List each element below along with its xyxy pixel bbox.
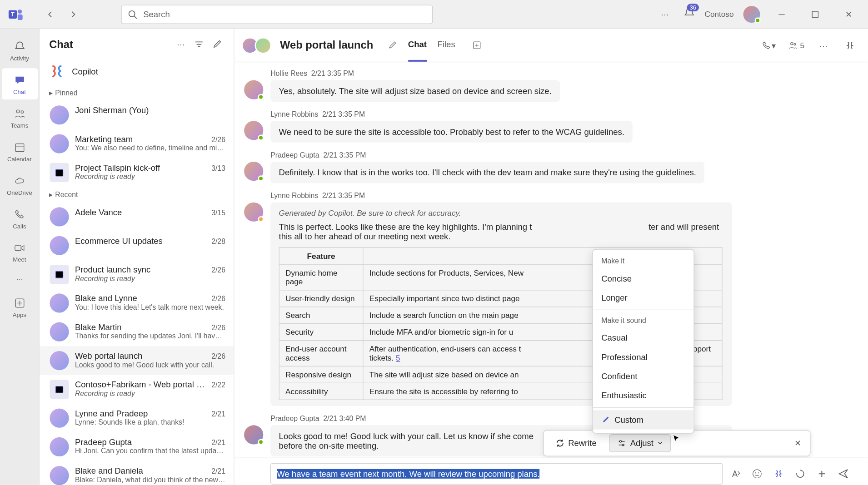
adjust-longer[interactable]: Longer: [593, 288, 693, 307]
rewrite-button[interactable]: Rewrite: [547, 434, 604, 452]
chat-list-item[interactable]: Blake and Lynne2/26 You: I love this ide…: [40, 289, 234, 317]
title-bar: T Search ⋯ 36 Contoso ─ ✕: [0, 0, 868, 29]
svg-point-1: [18, 9, 22, 13]
window-maximize[interactable]: [803, 5, 827, 24]
chat-list-item[interactable]: Pradeep Gupta2/21 Hi Joni. Can you confi…: [40, 432, 234, 461]
send-button[interactable]: [837, 467, 850, 480]
chat-list-item[interactable]: Project Tailspin kick-off3/13 Recording …: [40, 158, 234, 187]
pencil-icon: [601, 416, 609, 424]
chat-list-item[interactable]: Product launch sync2/26 Recording is rea…: [40, 260, 234, 288]
new-chat-icon[interactable]: [210, 37, 224, 52]
rail-activity[interactable]: Activity: [1, 35, 37, 66]
adjust-custom[interactable]: Custom: [593, 411, 693, 430]
pinned-section[interactable]: ▸ Pinned: [40, 85, 234, 100]
chat-main: Web portal launch Chat Files ▾ 5 ⋯ Holli…: [234, 29, 868, 485]
message: Lynne Robbins 2/21 3:35 PM Generated by …: [270, 192, 850, 406]
rail-calls[interactable]: Calls: [1, 203, 37, 234]
tab-files[interactable]: Files: [438, 29, 455, 62]
search-input[interactable]: Search: [121, 5, 433, 24]
recent-section[interactable]: ▸ Recent: [40, 187, 234, 203]
copilot-chat-item[interactable]: Copilot: [40, 58, 234, 85]
teams-app-icon: T: [7, 6, 24, 23]
copilot-icon: [49, 64, 65, 79]
svg-rect-5: [812, 11, 818, 17]
svg-point-17: [619, 440, 621, 442]
reference-link[interactable]: 5: [396, 353, 400, 362]
message-body: Yes, absolutely. The site will adjust si…: [270, 80, 560, 102]
adjust-professional[interactable]: Professional: [593, 347, 693, 366]
chatlist-more-icon[interactable]: ⋯: [174, 37, 189, 52]
chat-header: Web portal launch Chat Files ▾ 5 ⋯: [234, 29, 868, 62]
chat-list-item[interactable]: Joni Sherman (You): [40, 101, 234, 129]
message-body: This is perfect. Looks like these are th…: [279, 222, 723, 241]
svg-point-19: [753, 470, 761, 478]
compose-input[interactable]: We have a team event next month. We will…: [270, 463, 723, 485]
profile-avatar[interactable]: [743, 6, 760, 23]
svg-rect-12: [56, 272, 63, 278]
chatlist-title: Chat: [49, 38, 170, 51]
adjust-button[interactable]: Adjust: [609, 434, 671, 452]
adjust-confident[interactable]: Confident: [593, 366, 693, 386]
adjust-concise[interactable]: Concise: [593, 269, 693, 288]
adjust-enthusiastic[interactable]: Enthusiastic: [593, 386, 693, 405]
rail-apps[interactable]: Apps: [1, 291, 37, 322]
copilot-label: Copilot: [72, 66, 98, 76]
avatar: [244, 162, 263, 181]
forward-button[interactable]: [65, 6, 81, 23]
chat-more-button[interactable]: ⋯: [816, 38, 831, 53]
svg-point-7: [21, 110, 23, 113]
avatar: [50, 322, 69, 341]
rail-chat[interactable]: Chat: [1, 68, 37, 99]
rail-calendar[interactable]: Calendar: [1, 135, 37, 167]
call-button[interactable]: ▾: [762, 38, 776, 53]
window-close[interactable]: ✕: [837, 5, 861, 24]
avatar: [50, 236, 69, 255]
copilot-generated-note: Generated by Copilot. Be sure to check f…: [279, 208, 723, 218]
avatar: [50, 351, 69, 370]
format-icon[interactable]: [729, 467, 742, 480]
chat-list-item[interactable]: Blake Martin2/26 Thanks for sending the …: [40, 317, 234, 346]
avatar: [50, 163, 69, 182]
close-rewrite-bar[interactable]: ✕: [789, 435, 806, 452]
adjust-heading-makeit: Make it: [593, 253, 693, 269]
chat-list-item[interactable]: Web portal launch2/26 Looks good to me! …: [40, 346, 234, 375]
tab-chat[interactable]: Chat: [408, 29, 427, 62]
rename-chat-icon[interactable]: [385, 38, 400, 53]
back-button[interactable]: [42, 6, 59, 23]
svg-point-18: [622, 444, 624, 446]
search-placeholder: Search: [143, 9, 170, 19]
avatar: [244, 80, 263, 99]
more-titlebar-button[interactable]: ⋯: [657, 6, 673, 23]
avatar: [244, 203, 263, 222]
chat-list-item[interactable]: Adele Vance3/15: [40, 203, 234, 231]
chat-list-item[interactable]: Lynne and Pradeep2/21 Lynne: Sounds like…: [40, 404, 234, 432]
filter-icon[interactable]: [192, 37, 206, 52]
notifications-bell[interactable]: 36: [683, 7, 695, 21]
svg-point-6: [16, 109, 20, 113]
chat-copilot-button[interactable]: [843, 38, 858, 53]
add-tab-icon[interactable]: [469, 38, 484, 53]
people-button[interactable]: 5: [788, 38, 804, 53]
avatar: [244, 425, 263, 444]
window-minimize[interactable]: ─: [770, 5, 794, 24]
chat-list-item[interactable]: Blake and Daniela2/21 Blake: Daniela, wh…: [40, 461, 234, 485]
rail-teams[interactable]: Teams: [1, 102, 37, 133]
adjust-casual[interactable]: Casual: [593, 328, 693, 347]
search-icon: [128, 9, 137, 19]
chat-list-item[interactable]: Marketing team2/26 You: We also need to …: [40, 129, 234, 158]
attach-plus-icon[interactable]: [815, 467, 828, 480]
rail-meet[interactable]: Meet: [1, 236, 37, 267]
svg-rect-8: [15, 144, 24, 151]
svg-point-4: [129, 10, 135, 16]
rail-more[interactable]: ⋯: [1, 270, 37, 289]
avatar: [244, 121, 263, 140]
emoji-icon[interactable]: [750, 467, 763, 480]
loop-icon[interactable]: [793, 467, 807, 480]
chat-list-item[interactable]: Contoso+Fabrikam - Web portal ki...2/22 …: [40, 375, 234, 404]
svg-rect-9: [15, 245, 20, 250]
chat-list-item[interactable]: Ecommerce UI updates2/28: [40, 231, 234, 260]
message-body: We need to be sure the site is accessibl…: [270, 121, 633, 142]
messages-pane[interactable]: Hollie Rees 2/21 3:35 PM Yes, absolutely…: [234, 62, 868, 458]
compose-copilot-icon[interactable]: [772, 467, 785, 480]
rail-onedrive[interactable]: OneDrive: [1, 169, 37, 200]
